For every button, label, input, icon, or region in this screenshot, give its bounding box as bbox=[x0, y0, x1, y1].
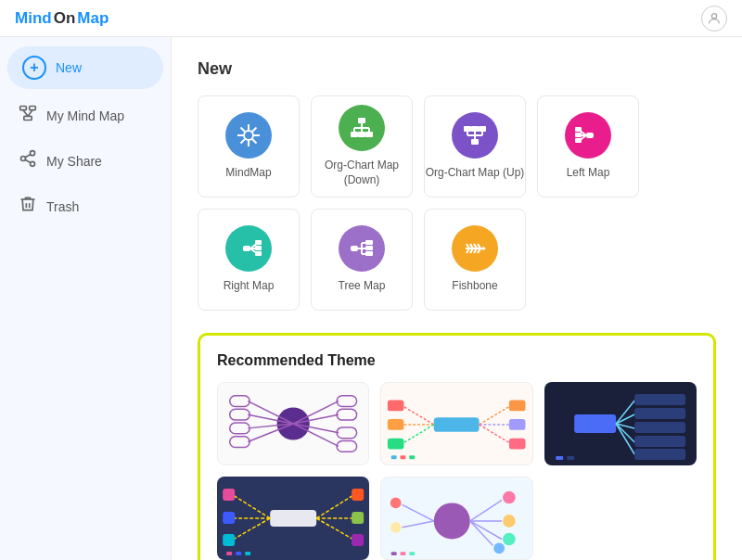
sidebar-item-my-share[interactable]: My Share bbox=[0, 138, 171, 184]
svg-rect-32 bbox=[479, 126, 486, 132]
map-type-grid: MindMap Org-C bbox=[198, 95, 716, 311]
sidebar-item-trash[interactable]: Trash bbox=[0, 184, 171, 229]
svg-rect-148 bbox=[401, 552, 406, 555]
svg-rect-116 bbox=[556, 456, 563, 460]
svg-rect-132 bbox=[236, 552, 241, 555]
svg-rect-43 bbox=[575, 127, 582, 132]
svg-point-146 bbox=[390, 522, 402, 533]
svg-rect-149 bbox=[410, 552, 416, 555]
theme-card-5[interactable] bbox=[380, 477, 532, 560]
svg-rect-50 bbox=[255, 240, 262, 245]
svg-rect-102 bbox=[391, 455, 397, 459]
svg-rect-105 bbox=[574, 414, 616, 433]
svg-rect-84 bbox=[337, 409, 357, 420]
svg-rect-93 bbox=[388, 419, 404, 430]
mindmap-label: MindMap bbox=[225, 166, 271, 181]
svg-rect-21 bbox=[358, 118, 365, 123]
svg-line-4 bbox=[23, 110, 28, 117]
svg-rect-131 bbox=[226, 552, 232, 555]
svg-point-134 bbox=[434, 503, 470, 539]
svg-point-12 bbox=[245, 132, 252, 139]
svg-line-5 bbox=[28, 110, 32, 117]
org-chart-up-icon bbox=[452, 112, 498, 159]
svg-line-139 bbox=[470, 521, 502, 540]
svg-point-142 bbox=[494, 542, 505, 554]
svg-line-20 bbox=[241, 139, 245, 143]
svg-rect-130 bbox=[352, 534, 364, 546]
svg-rect-74 bbox=[230, 396, 250, 407]
sidebar-item-my-share-label: My Share bbox=[46, 154, 102, 169]
new-icon: + bbox=[22, 56, 46, 80]
svg-line-108 bbox=[616, 414, 634, 424]
sidebar-item-my-mind-map[interactable]: My Mind Map bbox=[0, 93, 171, 138]
svg-rect-118 bbox=[270, 510, 316, 527]
user-avatar-button[interactable] bbox=[701, 6, 727, 32]
svg-line-119 bbox=[233, 495, 270, 518]
left-map-icon bbox=[565, 112, 611, 159]
map-card-left-map[interactable]: Left Map bbox=[537, 95, 639, 197]
left-map-label: Left Map bbox=[567, 166, 610, 181]
map-card-mindmap[interactable]: MindMap bbox=[198, 95, 300, 197]
svg-line-145 bbox=[403, 521, 434, 528]
svg-rect-39 bbox=[586, 133, 594, 138]
theme-card-3[interactable] bbox=[544, 382, 697, 465]
svg-rect-52 bbox=[255, 251, 262, 256]
svg-rect-30 bbox=[464, 126, 471, 132]
svg-line-10 bbox=[25, 154, 31, 157]
right-map-label: Right Map bbox=[224, 279, 275, 294]
svg-rect-120 bbox=[223, 489, 235, 501]
recommended-theme-section: Recommended Theme bbox=[198, 333, 716, 560]
svg-rect-88 bbox=[337, 441, 357, 452]
svg-point-136 bbox=[503, 491, 516, 504]
svg-line-125 bbox=[316, 495, 353, 518]
tree-map-icon bbox=[339, 225, 385, 272]
sidebar-item-new[interactable]: + New bbox=[7, 46, 163, 89]
theme-card-2[interactable] bbox=[380, 382, 532, 465]
theme-grid bbox=[217, 382, 697, 560]
svg-rect-27 bbox=[351, 132, 358, 137]
svg-line-90 bbox=[403, 405, 434, 425]
svg-rect-124 bbox=[223, 534, 235, 546]
svg-rect-99 bbox=[509, 419, 526, 430]
recommended-title: Recommended Theme bbox=[217, 352, 697, 369]
svg-rect-104 bbox=[410, 455, 416, 459]
svg-rect-103 bbox=[401, 455, 406, 459]
map-card-org-chart-up[interactable]: Org-Chart Map (Up) bbox=[424, 95, 526, 197]
main-layout: + New My Mind Map My Share bbox=[0, 37, 742, 560]
svg-rect-60 bbox=[365, 246, 373, 250]
map-card-org-chart-down[interactable]: Org-Chart Map(Down) bbox=[311, 95, 413, 197]
svg-rect-2 bbox=[30, 107, 36, 110]
svg-point-140 bbox=[503, 533, 516, 546]
svg-point-8 bbox=[31, 161, 35, 166]
map-card-right-map[interactable]: Right Map bbox=[198, 209, 300, 311]
svg-rect-44 bbox=[575, 133, 582, 137]
svg-rect-89 bbox=[434, 417, 480, 432]
theme-card-4[interactable] bbox=[217, 477, 369, 560]
svg-rect-133 bbox=[245, 552, 250, 555]
svg-point-6 bbox=[31, 151, 35, 156]
tree-map-label: Tree Map bbox=[339, 279, 386, 294]
svg-rect-38 bbox=[471, 139, 479, 145]
svg-rect-101 bbox=[509, 439, 526, 450]
svg-rect-86 bbox=[337, 427, 357, 439]
new-section-title: New bbox=[198, 59, 716, 79]
theme-card-1[interactable] bbox=[217, 382, 369, 465]
svg-rect-82 bbox=[337, 396, 357, 407]
svg-line-19 bbox=[252, 128, 256, 132]
svg-line-100 bbox=[480, 425, 511, 444]
svg-rect-46 bbox=[243, 246, 250, 251]
svg-rect-117 bbox=[567, 456, 574, 460]
svg-point-0 bbox=[711, 13, 716, 18]
right-map-icon bbox=[225, 225, 272, 272]
svg-rect-113 bbox=[634, 436, 685, 447]
svg-rect-76 bbox=[230, 409, 250, 420]
map-card-fishbone[interactable]: Fishbone bbox=[424, 209, 526, 311]
svg-rect-28 bbox=[358, 132, 365, 137]
svg-rect-53 bbox=[351, 246, 358, 251]
map-card-tree-map[interactable]: Tree Map bbox=[311, 209, 413, 311]
svg-rect-61 bbox=[365, 251, 373, 256]
my-share-icon bbox=[19, 149, 37, 172]
fishbone-icon bbox=[452, 225, 498, 272]
sidebar: + New My Mind Map My Share bbox=[0, 37, 172, 560]
svg-rect-122 bbox=[223, 512, 235, 524]
